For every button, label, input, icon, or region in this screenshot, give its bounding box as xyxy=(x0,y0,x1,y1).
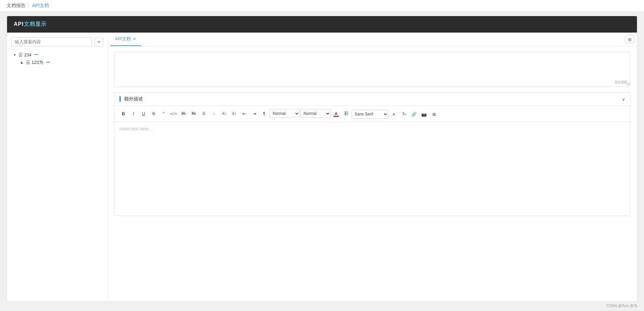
toolbar-strikethrough[interactable]: S xyxy=(149,109,158,118)
tree-label-234: 234 xyxy=(24,52,32,57)
toolbar-table[interactable]: ⊞ xyxy=(429,110,439,119)
toolbar-paragraph[interactable]: ¶ xyxy=(260,109,269,118)
description-textarea[interactable] xyxy=(115,52,630,86)
toolbar-h2[interactable]: H2 xyxy=(189,109,199,118)
toolbar-indent-decrease[interactable]: ⇤ xyxy=(239,109,249,118)
tree-dots-234[interactable]: ••• xyxy=(34,52,39,57)
tree-icon-234: ☰ xyxy=(18,52,23,57)
collapse-icon[interactable]: ∨ xyxy=(622,97,625,102)
toolbar-font-color[interactable]: A xyxy=(331,109,341,118)
section-accent xyxy=(119,96,121,102)
tree-children-234: ▶ ☰ 123为 ••• xyxy=(11,58,103,66)
toolbar-font-family[interactable]: Sans Serif xyxy=(352,110,388,119)
tab-api-doc-label: API文档 xyxy=(115,36,131,42)
toolbar-row-2: Sans Serif ≡ Tx 🔗 📷 ⊞ xyxy=(352,110,439,119)
tabs-bar: API文档 ✕ ⊞ xyxy=(108,33,637,46)
extra-desc-title: 额外描述 xyxy=(124,96,622,102)
panel-header-accent: 文档显示 xyxy=(24,21,47,27)
font-color-underline xyxy=(333,116,339,117)
editor-placeholder: Insert text here ... xyxy=(119,126,153,131)
panel-header: API文档显示 xyxy=(7,16,637,33)
toolbar-font-bg[interactable]: 彩 xyxy=(341,109,351,118)
char-count: 0/1000 xyxy=(615,80,627,85)
tree-toggle-234[interactable]: ▼ xyxy=(12,52,17,57)
footer-watermark: CSDN @Tom-菜鸟 xyxy=(606,303,637,306)
toolbar-underline[interactable]: U xyxy=(139,109,148,118)
toolbar-font-size-2[interactable]: Normal xyxy=(301,109,331,118)
api-panel: API文档显示 + ▼ ☰ 234 ••• xyxy=(7,16,637,302)
tree-label-123: 123为 xyxy=(32,59,43,65)
breadcrumb-part2[interactable]: API文档 xyxy=(32,3,49,9)
search-input[interactable] xyxy=(11,37,92,46)
tree-icon-123: ☰ xyxy=(26,60,30,65)
breadcrumb: 文档报告 | API文档 xyxy=(0,0,644,12)
toolbar-image[interactable]: 📷 xyxy=(419,110,429,119)
toolbar-unordered-list[interactable]: ⁝ xyxy=(209,109,219,118)
toolbar-code[interactable]: </> xyxy=(169,109,178,118)
breadcrumb-part1: 文档报告 xyxy=(7,3,25,9)
rte-toolbar: B I U S " </> H1 H2 ☰ ⁝ X2 X2 ⇤ xyxy=(115,106,630,122)
tab-actions: ⊞ xyxy=(625,35,634,43)
toolbar-indent-increase[interactable]: ⇥ xyxy=(250,109,259,118)
main-container: API文档显示 + ▼ ☰ 234 ••• xyxy=(0,12,644,306)
content-area: API文档 ✕ ⊞ 0/1000 额 xyxy=(108,33,637,301)
tree-item-234: ▼ ☰ 234 ••• ▶ ☰ 123为 ••• xyxy=(11,51,103,66)
add-item-button[interactable]: + xyxy=(95,38,103,46)
tab-action-expand[interactable]: ⊞ xyxy=(625,35,634,43)
toolbar-link[interactable]: 🔗 xyxy=(409,110,419,119)
tree-dots-123[interactable]: ••• xyxy=(46,60,50,65)
tab-api-doc[interactable]: API文档 ✕ xyxy=(110,33,141,46)
tab-api-doc-close[interactable]: ✕ xyxy=(133,37,136,41)
toolbar-blockquote[interactable]: " xyxy=(159,109,168,118)
extra-desc-header[interactable]: 额外描述 ∨ xyxy=(115,93,630,106)
rte-editor[interactable]: Insert text here ... xyxy=(115,122,630,216)
tree-item-row-234[interactable]: ▼ ☰ 234 ••• xyxy=(11,51,103,58)
toolbar-row-1: B I U S " </> H1 H2 ☰ ⁝ X2 X2 ⇤ xyxy=(119,109,351,118)
toolbar-ordered-list[interactable]: ☰ xyxy=(199,109,209,118)
panel-body: + ▼ ☰ 234 ••• ▶ ☰ 123为 xyxy=(7,33,637,301)
toolbar-clear-format[interactable]: Tx xyxy=(399,110,409,119)
toolbar-h1[interactable]: H1 xyxy=(179,109,189,118)
toolbar-bold[interactable]: B xyxy=(119,109,128,118)
toolbar-superscript[interactable]: X2 xyxy=(229,109,239,118)
extra-desc-section: 额外描述 ∨ B I U S " </> H1 xyxy=(114,92,630,216)
breadcrumb-separator: | xyxy=(28,3,30,8)
sidebar: + ▼ ☰ 234 ••• ▶ ☰ 123为 xyxy=(7,33,108,301)
font-color-label: A xyxy=(334,111,337,116)
tree-toggle-123[interactable]: ▶ xyxy=(20,60,24,65)
search-row: + xyxy=(11,37,103,46)
toolbar-italic[interactable]: I xyxy=(129,109,138,118)
description-textarea-container: 0/1000 xyxy=(114,52,630,87)
toolbar-align[interactable]: ≡ xyxy=(389,110,398,119)
toolbar-subscript[interactable]: X2 xyxy=(219,109,229,118)
toolbar-font-size-1[interactable]: Normal xyxy=(270,109,300,118)
tree-item-123[interactable]: ▶ ☰ 123为 ••• xyxy=(18,58,103,66)
